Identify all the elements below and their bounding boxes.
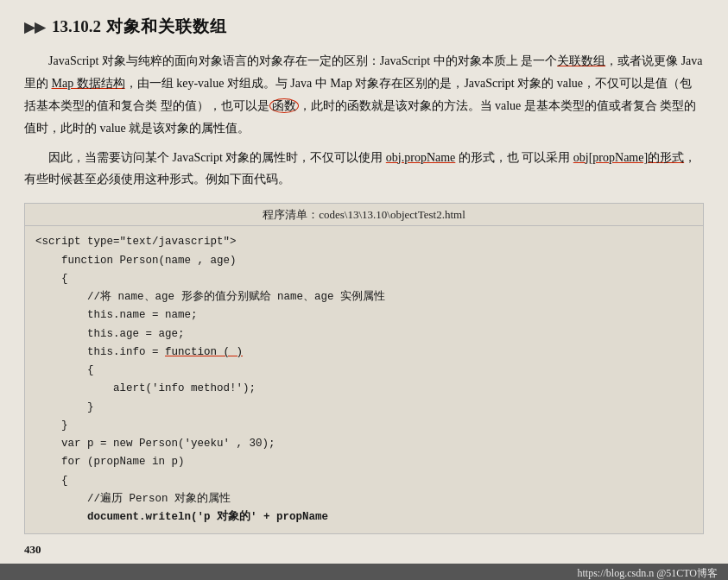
- paragraph-1: JavaScript 对象与纯粹的面向对象语言的对象存在一定的区别：JavaSc…: [24, 50, 704, 140]
- highlight-function-call: function ( ): [165, 346, 243, 358]
- arrows-icon: ▶▶: [24, 19, 45, 35]
- code-body: <script type="text/javascript"> function…: [25, 226, 703, 533]
- highlight-map: Map 数据结构: [52, 77, 125, 90]
- section-title: 对象和关联数组: [106, 16, 227, 38]
- page-container: ▶▶ 13.10.2 对象和关联数组 JavaScript 对象与纯粹的面向对象…: [0, 0, 728, 580]
- section-header: ▶▶ 13.10.2 对象和关联数组: [24, 16, 704, 38]
- highlight-function: 函数: [269, 98, 299, 113]
- footer-brand: @51CTO博客: [656, 567, 718, 579]
- footer-website: https://blog.csdn.n @51CTO博客: [577, 566, 718, 580]
- page-number: 430: [24, 543, 41, 556]
- code-bold-line: document.writeln('p 对象的' + propName: [87, 511, 328, 523]
- paragraph-2: 因此，当需要访问某个 JavaScript 对象的属性时，不仅可以使用 obj.…: [24, 147, 704, 192]
- section-number: 13.10.2: [52, 17, 101, 36]
- code-section: 程序清单：codes\13\13.10\objectTest2.html <sc…: [24, 203, 704, 534]
- page-number-area: 430: [24, 543, 704, 557]
- code-line-1: <script type="text/javascript"> function…: [35, 236, 385, 523]
- highlight-obj-propname: obj.propName: [386, 151, 455, 164]
- code-filename: 程序清单：codes\13\13.10\objectTest2.html: [25, 204, 703, 226]
- highlight-obj-bracket: obj[propName]的形式: [573, 151, 684, 164]
- footer-bar: https://blog.csdn.n @51CTO博客: [0, 564, 728, 580]
- highlight-associative-array: 关联数组: [557, 54, 605, 67]
